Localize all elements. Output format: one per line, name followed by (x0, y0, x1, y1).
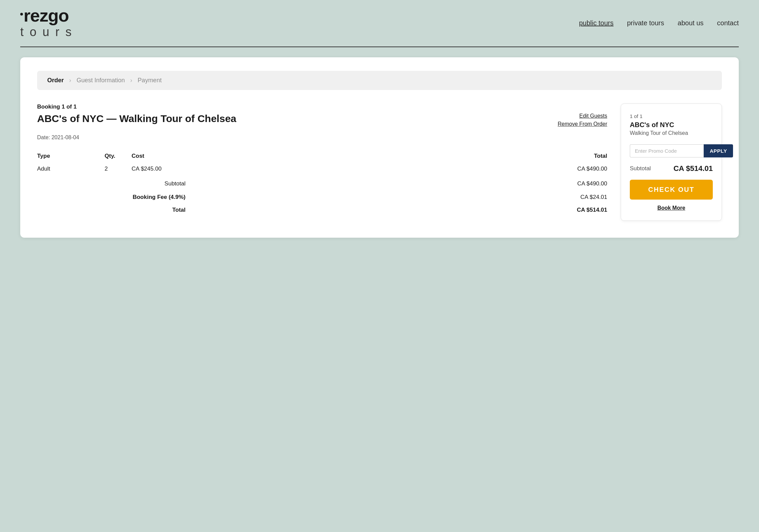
apply-promo-button[interactable]: APPLY (704, 144, 733, 157)
checkout-button[interactable]: CHECK OUT (630, 180, 713, 200)
sidebar-subtotal-label: Subtotal (630, 165, 651, 172)
order-card: Order › Guest Information › Payment Book… (20, 57, 739, 238)
order-table: Type Qty. Cost Total Adult 2 CA $245.00 … (37, 150, 607, 217)
total-value: CA $514.01 (186, 204, 607, 217)
promo-code-input[interactable] (630, 144, 704, 157)
promo-row: APPLY (630, 144, 713, 157)
col-type: Type (37, 150, 105, 162)
breadcrumb: Order › Guest Information › Payment (37, 71, 722, 90)
logo-tours: tours (20, 25, 78, 39)
sidebar-card: 1 of 1 ABC's of NYC Walking Tour of Chel… (621, 104, 722, 221)
breadcrumb-guest-info[interactable]: Guest Information (77, 77, 125, 84)
booking-date: Date: 2021-08-04 (37, 135, 607, 141)
remove-from-order-link[interactable]: Remove From Order (558, 121, 607, 127)
row-total: CA $490.00 (186, 162, 607, 176)
logo-brand: rezgo (20, 7, 78, 24)
fee-row: Booking Fee (4.9%) CA $24.01 (37, 190, 607, 204)
nav-public-tours[interactable]: public tours (579, 19, 613, 27)
sidebar-tour-subtitle: Walking Tour of Chelsea (630, 130, 713, 136)
edit-guests-link[interactable]: Edit Guests (579, 113, 607, 119)
fee-label: Booking Fee (4.9%) (37, 190, 186, 204)
booking-layout: Booking 1 of 1 ABC's of NYC — Walking To… (37, 104, 722, 221)
breadcrumb-sep-1: › (69, 77, 71, 84)
nav-about-us[interactable]: about us (678, 19, 704, 27)
nav-contact[interactable]: contact (717, 19, 739, 27)
subtotal-value: CA $490.00 (186, 176, 607, 190)
subtotal-row: Subtotal CA $490.00 (37, 176, 607, 190)
logo: rezgo tours (20, 7, 78, 39)
sidebar-tour-name: ABC's of NYC (630, 121, 713, 129)
row-qty: 2 (105, 162, 132, 176)
breadcrumb-sep-2: › (130, 77, 132, 84)
booking-actions: Edit Guests Remove From Order (558, 113, 607, 127)
book-more-link[interactable]: Book More (630, 205, 713, 211)
breadcrumb-payment[interactable]: Payment (138, 77, 162, 84)
booking-header-row: ABC's of NYC — Walking Tour of Chelsea E… (37, 113, 607, 124)
logo-dot (20, 13, 23, 16)
row-cost: CA $245.00 (132, 162, 186, 176)
header-top: rezgo tours public tours private tours a… (20, 7, 739, 42)
subtotal-label: Subtotal (37, 176, 186, 190)
sidebar-subtotal-value: CA $514.01 (673, 164, 713, 173)
main-content: Order › Guest Information › Payment Book… (0, 47, 759, 248)
booking-main: Booking 1 of 1 ABC's of NYC — Walking To… (37, 104, 607, 217)
col-total: Total (186, 150, 607, 162)
sidebar-count: 1 of 1 (630, 113, 713, 119)
total-label: Total (37, 204, 186, 217)
table-row: Adult 2 CA $245.00 CA $490.00 (37, 162, 607, 176)
booking-title: ABC's of NYC — Walking Tour of Chelsea (37, 113, 607, 124)
sidebar-subtotal-row: Subtotal CA $514.01 (630, 164, 713, 173)
fee-value: CA $24.01 (186, 190, 607, 204)
breadcrumb-order[interactable]: Order (47, 77, 64, 84)
booking-sidebar: 1 of 1 ABC's of NYC Walking Tour of Chel… (621, 104, 722, 221)
page-header: rezgo tours public tours private tours a… (0, 0, 759, 47)
booking-label: Booking 1 of 1 (37, 104, 607, 110)
main-nav: public tours private tours about us cont… (579, 19, 739, 27)
row-type: Adult (37, 162, 105, 176)
nav-private-tours[interactable]: private tours (627, 19, 664, 27)
col-qty: Qty. (105, 150, 132, 162)
col-cost: Cost (132, 150, 186, 162)
total-row: Total CA $514.01 (37, 204, 607, 217)
